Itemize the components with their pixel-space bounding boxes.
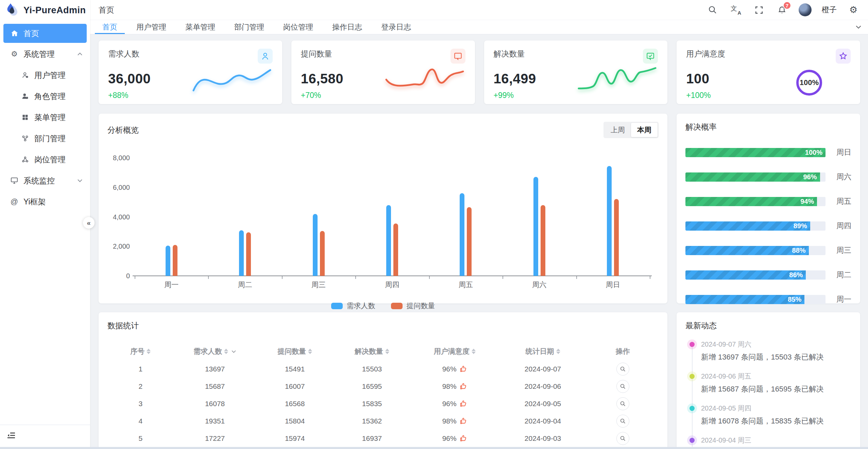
avatar[interactable]	[799, 3, 812, 16]
table-cell: 2024-09-05	[499, 395, 587, 412]
sidebar-item-yi-framework[interactable]: @ Yi框架	[0, 191, 90, 212]
fullscreen-button[interactable]	[752, 3, 765, 16]
app-title: Yi-PureAdmin	[23, 5, 86, 16]
column-header-提问数量[interactable]: 提问数量	[256, 343, 334, 360]
progress-value: 88%	[792, 246, 806, 255]
view-detail-button[interactable]	[616, 363, 629, 376]
tab-岗位管理[interactable]: 岗位管理	[274, 20, 323, 34]
settings-button[interactable]: ⚙	[847, 3, 860, 16]
view-detail-button[interactable]	[616, 432, 629, 445]
sidebar-item-system[interactable]: ⚙ 系统管理	[0, 44, 90, 65]
table-row: 517227159741693796%2024-09-03	[107, 430, 659, 447]
bar-需求人数[interactable]	[239, 230, 244, 276]
sidebar-item-label: 系统监控	[23, 176, 55, 186]
notifications-button[interactable]: 7	[776, 3, 788, 16]
column-header-序号[interactable]: 序号	[107, 343, 174, 360]
bar-需求人数[interactable]	[386, 205, 391, 276]
bar-提问数量[interactable]	[173, 245, 177, 276]
sort-carets-icon[interactable]	[556, 349, 560, 354]
bar-提问数量[interactable]	[393, 223, 398, 276]
sort-carets-icon[interactable]	[147, 349, 151, 354]
progress-fill: 96%	[685, 172, 820, 182]
bar-提问数量[interactable]	[614, 199, 619, 276]
satisfaction-value: 96%	[442, 434, 457, 443]
sidebar-item-departments[interactable]: 部门管理	[0, 128, 90, 149]
sidebar-item-label: 系统管理	[23, 49, 55, 60]
toggle-本周[interactable]: 本周	[631, 123, 658, 137]
progress-fill: 100%	[685, 148, 826, 157]
solve-rate-list: 100%周日96%周六94%周五89%周四88%周三86%周二85%周一	[685, 147, 851, 304]
column-header-统计日期[interactable]: 统计日期	[499, 343, 587, 360]
bar-需求人数[interactable]	[166, 246, 170, 276]
sidebar-item-users[interactable]: 用户管理	[0, 65, 90, 86]
view-detail-button[interactable]	[616, 380, 629, 393]
progress-day-label: 周六	[826, 172, 851, 182]
progress-day-label: 周三	[826, 245, 851, 255]
tab-菜单管理[interactable]: 菜单管理	[176, 20, 225, 34]
user-name[interactable]: 橙子	[822, 5, 837, 15]
toggle-上周[interactable]: 上周	[605, 123, 631, 137]
column-header-需求人数[interactable]: 需求人数	[174, 343, 256, 360]
column-header-解决数量[interactable]: 解决数量	[334, 343, 411, 360]
bar-需求人数[interactable]	[607, 166, 612, 276]
column-label: 用户满意度	[434, 347, 470, 356]
legend-item-需求人数[interactable]: 需求人数	[331, 301, 375, 311]
stat-delta: +100%	[686, 91, 851, 100]
tab-用户管理[interactable]: 用户管理	[127, 20, 176, 34]
tab-登录日志[interactable]: 登录日志	[372, 20, 421, 34]
sidebar-menu: 首页 ⚙ 系统管理 用户管理 角色管理 菜单管理	[0, 20, 90, 212]
search-button[interactable]	[706, 3, 719, 16]
bar-需求人数[interactable]	[313, 214, 318, 276]
view-detail-button[interactable]	[616, 415, 629, 428]
filter-chevron-icon[interactable]	[231, 350, 236, 353]
progress-day-label: 周一	[826, 294, 851, 304]
stat-title: 提问数量	[301, 49, 332, 59]
tab-操作日志[interactable]: 操作日志	[323, 20, 372, 34]
bar-提问数量[interactable]	[467, 207, 472, 276]
app-logo[interactable]: Yi-PureAdmin	[0, 0, 90, 20]
translate-button[interactable]: 文A	[729, 3, 742, 16]
operation-cell	[587, 430, 659, 447]
sidebar-item-home[interactable]: 首页	[3, 24, 87, 43]
view-detail-button[interactable]	[616, 397, 629, 410]
sidebar-item-posts[interactable]: 岗位管理	[0, 149, 90, 170]
sort-carets-icon[interactable]	[308, 349, 312, 354]
progress-day-label: 周四	[826, 221, 851, 231]
legend-item-提问数量[interactable]: 提问数量	[391, 301, 435, 311]
x-axis-label: 周日	[576, 280, 650, 289]
timeline-dot-icon	[690, 342, 695, 347]
magnifier-icon	[620, 366, 626, 372]
sidebar-item-label: 菜单管理	[34, 112, 66, 123]
bar-需求人数[interactable]	[460, 193, 464, 276]
bar-group-周日	[576, 158, 650, 276]
collapse-panel-icon[interactable]	[7, 431, 16, 439]
table-cell: 15835	[334, 395, 411, 412]
table-cell: 15804	[256, 412, 334, 430]
sidebar-item-roles[interactable]: 角色管理	[0, 86, 90, 107]
progress-value: 86%	[789, 270, 803, 280]
sort-carets-icon[interactable]	[385, 349, 389, 354]
legend-swatch	[391, 303, 403, 309]
sidebar-item-monitor[interactable]: 系统监控	[0, 170, 90, 191]
column-header-用户满意度[interactable]: 用户满意度	[411, 343, 499, 360]
sort-carets-icon[interactable]	[472, 349, 476, 354]
sidebar-item-menus[interactable]: 菜单管理	[0, 107, 90, 128]
bar-提问数量[interactable]	[320, 231, 325, 276]
operation-cell	[587, 360, 659, 378]
tab-首页[interactable]: 首页	[93, 20, 127, 34]
sort-carets-icon[interactable]	[224, 349, 228, 354]
horizontal-scrollbar[interactable]	[0, 447, 868, 449]
fullscreen-icon	[755, 6, 763, 14]
navbar-actions: 文A 7 橙子 ⚙	[706, 3, 868, 16]
progress-value: 94%	[800, 197, 814, 206]
bar-提问数量[interactable]	[541, 205, 545, 276]
x-axis-tick-mark	[576, 276, 577, 279]
bar-提问数量[interactable]	[246, 232, 251, 276]
tabs-overflow-button[interactable]	[849, 20, 868, 34]
sidebar-collapse-pill[interactable]: «	[83, 217, 95, 229]
table-row: 316078165681583596%2024-09-05	[107, 395, 659, 412]
tab-部门管理[interactable]: 部门管理	[225, 20, 274, 34]
bar-需求人数[interactable]	[533, 177, 538, 276]
droplet-logo-icon	[5, 3, 19, 18]
satisfaction-cell: 98%	[411, 378, 499, 395]
